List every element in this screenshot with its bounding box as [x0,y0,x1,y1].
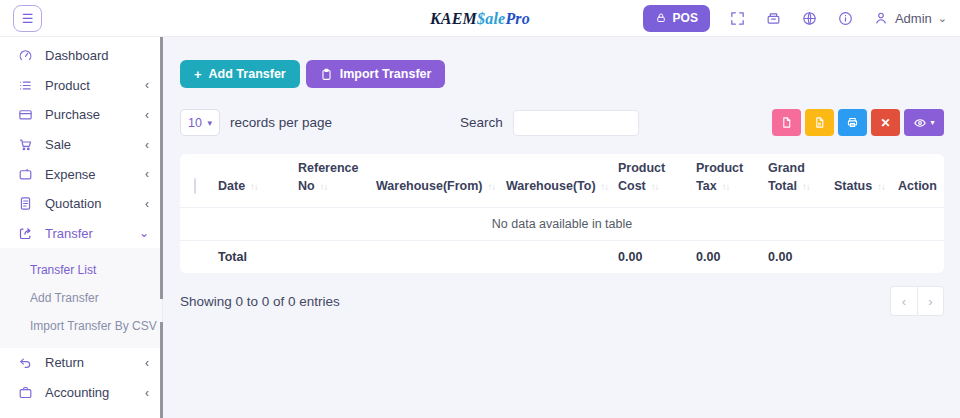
topbar: ☰ KAEM$alePro POS Admin ⌄ [0,0,960,37]
add-transfer-button[interactable]: + Add Transfer [180,60,300,88]
wallet-icon [18,167,33,182]
close-button[interactable]: ✕ [871,109,900,136]
column-header-action: Action [898,154,944,207]
cash-register-icon[interactable] [765,10,782,27]
total-product-tax: 0.00 [696,240,768,273]
info-icon[interactable] [837,10,854,27]
user-icon [873,10,889,26]
logo-text-pro: Pro [505,10,530,28]
plus-icon: + [194,67,202,82]
sidebar-item-label: Return [45,355,84,370]
chevron-left-icon: ‹ [145,197,149,211]
sort-icon: ↑↓ [320,181,328,192]
logo-text-kaem: KAEM [430,10,477,28]
hamburger-icon: ☰ [22,11,34,26]
sidebar-item-label: Expense [45,167,96,182]
admin-menu[interactable]: Admin ⌄ [873,10,947,26]
sidebar-item-label: Quotation [45,196,101,211]
pagination-next-button[interactable]: › [917,286,944,316]
sidebar-item-purchase[interactable]: Purchase ‹ [0,100,162,130]
page-size-value: 10 [188,116,202,130]
page-scrollbar[interactable] [160,322,163,418]
sidebar-item-return[interactable]: Return ‹ [0,348,162,378]
column-header-grand-total[interactable]: Grand Total↑↓ [768,154,834,207]
sort-icon: ↑↓ [488,181,496,192]
records-per-page-label: records per page [230,115,332,130]
chevron-left-icon: ‹ [145,386,149,400]
empty-message: No data available in table [180,207,944,240]
transfer-submenu: Transfer List Add Transfer Import Transf… [0,248,162,348]
submenu-item-transfer-list[interactable]: Transfer List [0,256,162,284]
gauge-icon [18,48,33,63]
sidebar-item-label: Accounting [45,385,109,400]
import-transfer-button[interactable]: Import Transfer [306,60,446,88]
pos-button[interactable]: POS [643,5,710,32]
lock-icon [655,12,667,24]
column-header-warehouse-to[interactable]: Warehouse(To)↑↓ [506,154,618,207]
select-all-checkbox[interactable] [194,178,196,194]
sidebar-item-label: Dashboard [45,48,109,63]
total-product-cost: 0.00 [618,240,696,273]
sort-icon: ↑↓ [601,181,609,192]
language-globe-icon[interactable] [801,10,818,27]
admin-label: Admin [895,11,932,26]
main-content: + Add Transfer Import Transfer 10 ▾ reco… [164,37,960,418]
sort-icon: ↑↓ [651,181,659,192]
sidebar-item-expense[interactable]: Expense ‹ [0,159,162,189]
submenu-item-add-transfer[interactable]: Add Transfer [0,284,162,312]
column-header-product-cost[interactable]: Product Cost↑↓ [618,154,696,207]
sidebar-item-quotation[interactable]: Quotation ‹ [0,189,162,219]
briefcase-icon [18,385,33,400]
chevron-left-icon: ‹ [902,294,906,309]
search-label: Search [460,115,503,130]
transfer-table-card: Date↑↓ Reference No↑↓ Warehouse(From)↑↓ … [180,154,944,273]
share-arrow-icon [18,226,33,241]
sidebar-item-transfer[interactable]: Transfer ⌄ [0,219,162,249]
sidebar-item-sale[interactable]: Sale ‹ [0,130,162,160]
column-header-status[interactable]: Status↑↓ [834,154,898,207]
caret-down-icon: ▾ [207,118,212,128]
column-header-product-tax[interactable]: Product Tax↑↓ [696,154,768,207]
file-icon [813,116,826,129]
eye-icon [913,116,927,130]
chevron-left-icon: ‹ [145,138,149,152]
column-visibility-button[interactable]: ▾ [904,109,944,136]
list-icon [18,78,33,93]
column-header-date[interactable]: Date↑↓ [218,154,298,207]
submenu-item-import-transfer-csv[interactable]: Import Transfer By CSV [0,312,162,340]
sidebar-item-product[interactable]: Product ‹ [0,71,162,101]
column-header-reference-no[interactable]: Reference No↑↓ [298,154,376,207]
showing-entries-text: Showing 0 to 0 of 0 entries [180,294,340,309]
pagination: ‹ › [890,286,944,316]
cart-icon [18,137,33,152]
sidebar-item-dashboard[interactable]: Dashboard [0,41,162,71]
total-grand-total: 0.00 [768,240,834,273]
sidebar-scrollbar[interactable] [160,37,163,299]
sort-icon: ↑↓ [802,181,810,192]
submenu-item-label: Transfer List [30,263,96,277]
app-logo: KAEM$alePro [430,0,530,37]
chevron-right-icon: › [928,294,932,309]
page-size-select[interactable]: 10 ▾ [180,109,220,136]
submenu-item-label: Add Transfer [30,291,99,305]
fullscreen-icon[interactable] [729,10,746,27]
menu-toggle-button[interactable]: ☰ [13,5,42,32]
column-header-warehouse-from[interactable]: Warehouse(From)↑↓ [376,154,506,207]
export-pdf-button[interactable] [772,109,801,136]
search-input[interactable] [513,110,639,136]
total-row: Total 0.00 0.00 0.00 [180,240,944,273]
empty-row: No data available in table [180,207,944,240]
sidebar-item-label: Purchase [45,107,100,122]
import-transfer-label: Import Transfer [340,67,432,81]
export-file-button[interactable] [805,109,834,136]
caret-down-icon: ▾ [930,118,934,127]
pagination-prev-button[interactable]: ‹ [890,286,917,316]
credit-card-icon [18,107,33,122]
chevron-down-icon: ⌄ [139,226,149,240]
print-button[interactable] [838,109,867,136]
table-header-row: Date↑↓ Reference No↑↓ Warehouse(From)↑↓ … [180,154,944,207]
sidebar-item-accounting[interactable]: Accounting ‹ [0,378,162,408]
sort-icon: ↑↓ [722,181,730,192]
sidebar-item-label: Transfer [45,226,93,241]
chevron-left-icon: ‹ [145,356,149,370]
